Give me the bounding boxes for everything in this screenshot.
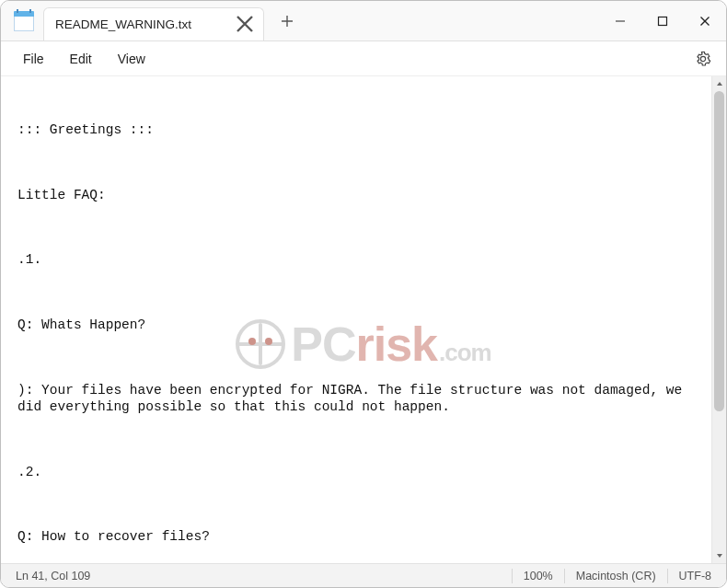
status-position: Ln 41, Col 109: [8, 570, 98, 582]
scrollbar-track[interactable]: [712, 91, 726, 548]
tab-title: README_WARNING.txt: [55, 17, 236, 31]
titlebar: README_WARNING.txt: [1, 1, 726, 41]
window-controls: [599, 1, 726, 41]
menu-edit[interactable]: Edit: [57, 48, 105, 70]
settings-button[interactable]: [689, 45, 717, 73]
text-line: .2.: [17, 464, 698, 481]
text-line: Q: Whats Happen?: [17, 317, 698, 334]
status-line-ending: Macintosh (CR): [569, 570, 664, 582]
svg-rect-0: [659, 17, 667, 25]
text-line: .1.: [17, 251, 698, 269]
gear-icon: [695, 51, 711, 67]
new-tab-button[interactable]: [271, 6, 303, 37]
close-tab-icon[interactable]: [236, 15, 254, 33]
editor-textarea[interactable]: ::: Greetings ::: Little FAQ: .1. Q: Wha…: [1, 76, 711, 563]
file-tab[interactable]: README_WARNING.txt: [43, 7, 264, 40]
scrollbar-thumb[interactable]: [714, 91, 724, 411]
menu-file[interactable]: File: [10, 48, 57, 70]
text-line: ): Your files have been encrypted for NI…: [17, 382, 698, 416]
minimize-button[interactable]: [599, 1, 641, 41]
close-window-button[interactable]: [684, 1, 726, 41]
status-encoding: UTF-8: [672, 570, 719, 582]
menubar: File Edit View: [1, 41, 726, 76]
status-zoom[interactable]: 100%: [516, 570, 560, 582]
vertical-scrollbar[interactable]: [711, 76, 726, 563]
notepad-window: README_WARNING.txt File Edit View: [0, 0, 727, 588]
text-line: ::: Greetings :::: [17, 121, 698, 139]
menu-view[interactable]: View: [105, 48, 158, 70]
text-line: Q: How to recover files?: [17, 528, 698, 546]
scroll-down-icon[interactable]: [712, 548, 726, 563]
notepad-icon: [14, 11, 34, 31]
scroll-up-icon[interactable]: [712, 76, 726, 91]
text-line: Little FAQ:: [17, 187, 698, 204]
maximize-button[interactable]: [641, 1, 684, 41]
statusbar: Ln 41, Col 109 100% Macintosh (CR) UTF-8: [1, 563, 726, 587]
